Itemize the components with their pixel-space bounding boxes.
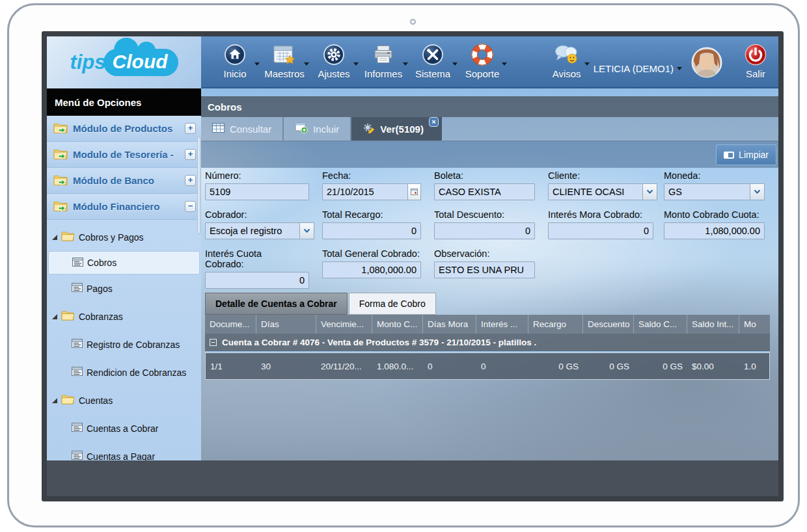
sidebar-item-pagos[interactable]: Pagos [47, 274, 201, 302]
dropdown-button[interactable] [300, 222, 314, 239]
limpiar-button[interactable]: Limpiar [716, 144, 776, 165]
subtab-forma-cobro[interactable]: Forma de Cobro [349, 293, 436, 315]
sidebar-item-cobranzas[interactable]: Cobranzas [47, 302, 201, 330]
nav-user-area: Avisos LETICIA (DEMO1) [544, 36, 774, 88]
interes-mora-label: Interés Mora Cobrado: [548, 209, 653, 220]
expand-button[interactable]: − [185, 201, 196, 212]
nav-item-maestros[interactable]: Maestros [260, 36, 309, 88]
user-menu[interactable]: LETICIA (DEMO1) [594, 36, 682, 88]
moneda-select[interactable] [664, 183, 750, 200]
sidebar-module-modulo-de-tesoreria[interactable]: Modulo de Tesorería - + [47, 142, 201, 168]
grid-col-header-monto-c[interactable]: Monto C... [372, 315, 422, 334]
table-icon [212, 123, 225, 135]
observacion-field[interactable] [434, 261, 535, 278]
sidebar-module-modulo-financiero[interactable]: Módulo Financiero − [47, 194, 201, 220]
total-general-label: Total General Cobrado: [322, 248, 421, 259]
monto-cobrado-field[interactable] [664, 222, 765, 239]
calendar-button[interactable] [408, 183, 421, 200]
sidebar-module-modulo-de-productos[interactable]: Módulo de Productos + [47, 116, 201, 142]
grid-col-header-saldo-c[interactable]: Saldo C... [633, 315, 687, 334]
tab-ver[interactable]: Ver(5109) × [351, 117, 442, 140]
table-cell: $0.00 [687, 353, 739, 379]
caret-expanded-icon [52, 314, 57, 319]
nav-item-avisos[interactable]: Avisos [544, 36, 590, 88]
collapse-icon[interactable] [210, 339, 217, 346]
numero-label: Número: [205, 170, 309, 181]
tab-label: Ver(5109) [380, 124, 424, 135]
group-row-label: Cuenta a Cobrar # 4076 - Venta de Produc… [222, 338, 536, 347]
nav-item-inicio[interactable]: Inicio [210, 36, 260, 88]
grid-col-header-saldo-int[interactable]: Saldo Int... [687, 315, 739, 334]
grid-group-row[interactable]: Cuenta a Cobrar # 4076 - Venta de Produc… [205, 334, 770, 352]
cliente-select[interactable] [548, 183, 643, 200]
nav-item-sistema[interactable]: Sistema [408, 36, 458, 88]
nav-item-informes[interactable]: Informes [359, 36, 408, 88]
tree-folder-label: Cuentas [79, 395, 113, 406]
grid-col-header-docume[interactable]: Docume... [205, 315, 256, 334]
chevron-down-icon [502, 62, 507, 66]
main-panel: Cobros Consultar [201, 88, 778, 460]
sidebar-item-cuentas[interactable]: Cuentas [47, 386, 201, 414]
total-descuento-field[interactable] [434, 222, 535, 239]
expand-button[interactable]: + [185, 149, 196, 160]
close-icon[interactable]: × [429, 117, 439, 127]
nav-item-ajustes[interactable]: Ajustes [309, 36, 359, 88]
dropdown-button[interactable] [750, 183, 765, 200]
table-cell: 0 [423, 353, 476, 379]
grid-col-header-interes[interactable]: Interés ... [476, 315, 528, 334]
numero-field[interactable] [205, 183, 309, 200]
logo[interactable]: tips Cloud [47, 36, 201, 88]
interes-cuota-label: Interés Cuota [205, 248, 309, 259]
module-label: Modulo de Tesorería - [73, 149, 180, 160]
tree-leaf-label: Cobros [87, 258, 116, 268]
tree-leaf-label: Cuentas a Cobrar [87, 423, 159, 434]
total-recargo-field[interactable] [322, 222, 421, 239]
grid-col-header-dias[interactable]: Días [256, 315, 316, 334]
cobrador-label: Cobrador: [205, 209, 314, 220]
expand-button[interactable]: + [185, 123, 196, 134]
tab-incluir[interactable]: Incluir [284, 117, 351, 140]
subtab-detalle-cuentas[interactable]: Detalle de Cuentas a Cobrar [205, 293, 348, 315]
dropdown-button[interactable] [643, 183, 657, 200]
fecha-field[interactable] [322, 183, 408, 200]
interes-mora-field[interactable] [548, 222, 653, 239]
nav-item-soporte[interactable]: Soporte [458, 36, 507, 88]
avatar[interactable] [691, 47, 722, 78]
grid-col-header-dias-mora[interactable]: Días Mora [422, 315, 476, 334]
grid-col-header-descuento[interactable]: Descuento [582, 315, 633, 334]
sidebar-item-cobros-y-pagos[interactable]: Cobros y Pagos [47, 223, 201, 251]
grid-col-header-vencimie[interactable]: Vencimie... [316, 315, 372, 334]
total-descuento-label: Total Descuento: [434, 209, 535, 220]
sidebar-item-cobros[interactable]: Cobros [48, 251, 200, 274]
table-cell: 0 GS [528, 353, 583, 379]
chevron-down-icon [677, 67, 682, 70]
sidebar-item-rendicion-de-cobranzas[interactable]: Rendicion de Cobranzas [47, 358, 201, 386]
page-title: Cobros [201, 96, 778, 117]
table-cell: 1.0 [739, 353, 771, 379]
sidebar-item-registro-de-cobranzas[interactable]: Registro de Cobranzas [47, 330, 201, 358]
cobrador-select[interactable] [205, 222, 300, 239]
chevron-down-icon [403, 62, 408, 66]
module-label: Módulo de Productos [73, 123, 180, 134]
grid-col-header-recargo[interactable]: Recargo [528, 315, 582, 334]
table-row[interactable]: 1/13020/11/20...1.080.0...000 GS0 GS0 GS… [205, 352, 770, 380]
grid-col-header-mo[interactable]: Mo [739, 315, 770, 334]
total-general-field[interactable] [322, 261, 421, 278]
table-cell: 20/11/20... [316, 353, 372, 379]
boleta-field[interactable] [434, 183, 535, 200]
document-icon [72, 367, 83, 378]
tab-consultar[interactable]: Consultar [201, 117, 284, 140]
chevron-down-icon [353, 62, 359, 66]
nav-item-salir[interactable]: Salir [737, 36, 774, 88]
sidebar-module-modulo-de-banco[interactable]: Módulo de Banco + [47, 168, 201, 194]
calendar-icon [411, 189, 418, 195]
tools-icon [422, 42, 444, 67]
interes-cuota-field[interactable] [205, 272, 309, 289]
nav-item-label: Avisos [553, 68, 581, 79]
chat-bubbles-icon [553, 42, 581, 67]
folder-arrow-icon [53, 122, 68, 136]
expand-button[interactable]: + [185, 175, 196, 186]
sidebar-item-cuentas-a-pagar[interactable]: Cuentas a Pagar [47, 442, 201, 460]
top-navbar: Inicio Maestros Ajustes Informes Sistema… [201, 36, 778, 88]
sidebar-item-cuentas-a-cobrar[interactable]: Cuentas a Cobrar [47, 414, 201, 442]
